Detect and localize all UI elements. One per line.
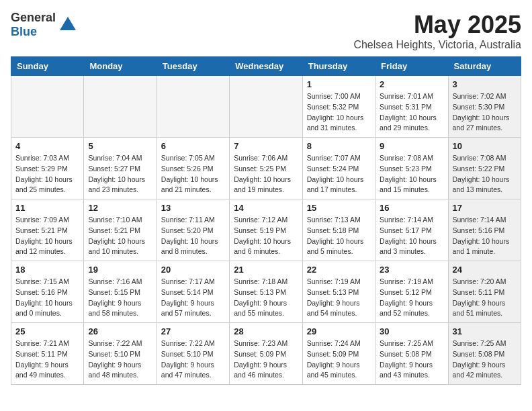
day-info: Sunrise: 7:17 AM Sunset: 5:14 PM Dayligh… xyxy=(161,277,225,319)
day-number: 25 xyxy=(15,326,79,336)
calendar-cell: 1Sunrise: 7:00 AM Sunset: 5:32 PM Daylig… xyxy=(302,76,375,138)
day-info: Sunrise: 7:19 AM Sunset: 5:12 PM Dayligh… xyxy=(380,277,443,319)
day-number: 15 xyxy=(307,203,371,213)
day-number: 27 xyxy=(161,326,225,336)
day-number: 4 xyxy=(15,141,79,151)
day-info: Sunrise: 7:25 AM Sunset: 5:08 PM Dayligh… xyxy=(380,338,443,381)
day-info: Sunrise: 7:14 AM Sunset: 5:17 PM Dayligh… xyxy=(380,215,443,257)
day-number: 10 xyxy=(453,141,517,151)
calendar-cell: 20Sunrise: 7:17 AM Sunset: 5:14 PM Dayli… xyxy=(157,261,229,323)
day-number: 29 xyxy=(307,326,371,336)
calendar-cell xyxy=(230,76,302,138)
calendar-cell: 5Sunrise: 7:04 AM Sunset: 5:27 PM Daylig… xyxy=(84,138,157,199)
calendar-cell: 13Sunrise: 7:11 AM Sunset: 5:20 PM Dayli… xyxy=(157,199,229,261)
day-number: 19 xyxy=(88,265,152,275)
day-number: 12 xyxy=(88,203,152,213)
day-info: Sunrise: 7:24 AM Sunset: 5:09 PM Dayligh… xyxy=(307,338,371,381)
calendar-week-row: 25Sunrise: 7:21 AM Sunset: 5:11 PM Dayli… xyxy=(11,323,521,385)
day-number: 30 xyxy=(380,326,443,336)
calendar-cell: 26Sunrise: 7:22 AM Sunset: 5:10 PM Dayli… xyxy=(84,323,157,385)
day-info: Sunrise: 7:20 AM Sunset: 5:11 PM Dayligh… xyxy=(453,277,517,319)
calendar-cell xyxy=(11,76,84,138)
day-number: 16 xyxy=(380,203,443,213)
calendar-table: SundayMondayTuesdayWednesdayThursdayFrid… xyxy=(11,56,521,385)
day-info: Sunrise: 7:14 AM Sunset: 5:16 PM Dayligh… xyxy=(453,215,517,257)
day-info: Sunrise: 7:08 AM Sunset: 5:22 PM Dayligh… xyxy=(453,153,517,195)
day-number: 26 xyxy=(88,326,152,336)
column-header-tuesday: Tuesday xyxy=(157,57,229,76)
day-info: Sunrise: 7:22 AM Sunset: 5:10 PM Dayligh… xyxy=(88,338,152,381)
calendar-cell: 31Sunrise: 7:25 AM Sunset: 5:08 PM Dayli… xyxy=(448,323,521,385)
calendar-cell: 25Sunrise: 7:21 AM Sunset: 5:11 PM Dayli… xyxy=(11,323,84,385)
day-info: Sunrise: 7:05 AM Sunset: 5:26 PM Dayligh… xyxy=(161,153,225,195)
day-number: 24 xyxy=(453,265,517,275)
day-info: Sunrise: 7:09 AM Sunset: 5:21 PM Dayligh… xyxy=(15,215,79,257)
day-number: 8 xyxy=(307,141,371,151)
day-info: Sunrise: 7:11 AM Sunset: 5:20 PM Dayligh… xyxy=(161,215,225,257)
calendar-cell: 6Sunrise: 7:05 AM Sunset: 5:26 PM Daylig… xyxy=(157,138,229,199)
calendar-cell: 30Sunrise: 7:25 AM Sunset: 5:08 PM Dayli… xyxy=(375,323,448,385)
calendar-week-row: 18Sunrise: 7:15 AM Sunset: 5:16 PM Dayli… xyxy=(11,261,521,323)
calendar-header-row: SundayMondayTuesdayWednesdayThursdayFrid… xyxy=(11,57,521,76)
calendar-cell: 17Sunrise: 7:14 AM Sunset: 5:16 PM Dayli… xyxy=(448,199,521,261)
day-info: Sunrise: 7:02 AM Sunset: 5:30 PM Dayligh… xyxy=(453,91,517,134)
calendar-cell: 27Sunrise: 7:22 AM Sunset: 5:10 PM Dayli… xyxy=(157,323,229,385)
day-info: Sunrise: 7:22 AM Sunset: 5:10 PM Dayligh… xyxy=(161,338,225,381)
calendar-week-row: 11Sunrise: 7:09 AM Sunset: 5:21 PM Dayli… xyxy=(11,199,521,261)
calendar-cell: 2Sunrise: 7:01 AM Sunset: 5:31 PM Daylig… xyxy=(375,76,448,138)
calendar-cell: 23Sunrise: 7:19 AM Sunset: 5:12 PM Dayli… xyxy=(375,261,448,323)
calendar-cell: 12Sunrise: 7:10 AM Sunset: 5:21 PM Dayli… xyxy=(84,199,157,261)
column-header-wednesday: Wednesday xyxy=(230,57,302,76)
column-header-thursday: Thursday xyxy=(302,57,375,76)
calendar-cell: 22Sunrise: 7:19 AM Sunset: 5:13 PM Dayli… xyxy=(302,261,375,323)
day-info: Sunrise: 7:18 AM Sunset: 5:13 PM Dayligh… xyxy=(234,277,298,319)
calendar-week-row: 4Sunrise: 7:03 AM Sunset: 5:29 PM Daylig… xyxy=(11,138,521,199)
day-number: 21 xyxy=(234,265,298,275)
day-number: 17 xyxy=(453,203,517,213)
location-title: Chelsea Heights, Victoria, Australia xyxy=(353,39,521,51)
day-info: Sunrise: 7:19 AM Sunset: 5:13 PM Dayligh… xyxy=(307,277,371,319)
day-info: Sunrise: 7:16 AM Sunset: 5:15 PM Dayligh… xyxy=(88,277,152,319)
day-number: 23 xyxy=(380,265,443,275)
day-info: Sunrise: 7:12 AM Sunset: 5:19 PM Dayligh… xyxy=(234,215,298,257)
day-number: 28 xyxy=(234,326,298,336)
day-info: Sunrise: 7:13 AM Sunset: 5:18 PM Dayligh… xyxy=(307,215,371,257)
calendar-cell: 21Sunrise: 7:18 AM Sunset: 5:13 PM Dayli… xyxy=(230,261,302,323)
calendar-cell: 11Sunrise: 7:09 AM Sunset: 5:21 PM Dayli… xyxy=(11,199,84,261)
calendar-cell: 16Sunrise: 7:14 AM Sunset: 5:17 PM Dayli… xyxy=(375,199,448,261)
day-number: 11 xyxy=(15,203,79,213)
day-info: Sunrise: 7:07 AM Sunset: 5:24 PM Dayligh… xyxy=(307,153,371,195)
day-number: 31 xyxy=(453,326,517,336)
day-number: 13 xyxy=(161,203,225,213)
day-info: Sunrise: 7:00 AM Sunset: 5:32 PM Dayligh… xyxy=(307,91,371,134)
day-number: 7 xyxy=(234,141,298,151)
column-header-sunday: Sunday xyxy=(11,57,84,76)
title-area: May 2025 Chelsea Heights, Victoria, Aust… xyxy=(353,11,521,51)
logo: General Blue xyxy=(11,11,77,39)
day-number: 1 xyxy=(307,79,371,89)
day-info: Sunrise: 7:25 AM Sunset: 5:08 PM Dayligh… xyxy=(453,338,517,381)
day-info: Sunrise: 7:03 AM Sunset: 5:29 PM Dayligh… xyxy=(15,153,79,195)
day-info: Sunrise: 7:21 AM Sunset: 5:11 PM Dayligh… xyxy=(15,338,79,381)
logo-blue: Blue xyxy=(11,25,37,38)
calendar-cell: 4Sunrise: 7:03 AM Sunset: 5:29 PM Daylig… xyxy=(11,138,84,199)
day-number: 14 xyxy=(234,203,298,213)
calendar-cell: 9Sunrise: 7:08 AM Sunset: 5:23 PM Daylig… xyxy=(375,138,448,199)
day-number: 6 xyxy=(161,141,225,151)
svg-marker-0 xyxy=(60,17,76,30)
calendar-week-row: 1Sunrise: 7:00 AM Sunset: 5:32 PM Daylig… xyxy=(11,76,521,138)
logo-text: General Blue xyxy=(11,11,56,39)
day-info: Sunrise: 7:06 AM Sunset: 5:25 PM Dayligh… xyxy=(234,153,298,195)
calendar-cell: 19Sunrise: 7:16 AM Sunset: 5:15 PM Dayli… xyxy=(84,261,157,323)
column-header-friday: Friday xyxy=(375,57,448,76)
calendar-cell: 8Sunrise: 7:07 AM Sunset: 5:24 PM Daylig… xyxy=(302,138,375,199)
logo-icon xyxy=(58,15,77,34)
calendar-cell: 10Sunrise: 7:08 AM Sunset: 5:22 PM Dayli… xyxy=(448,138,521,199)
logo-general: General xyxy=(11,11,56,24)
calendar-cell: 7Sunrise: 7:06 AM Sunset: 5:25 PM Daylig… xyxy=(230,138,302,199)
calendar-cell: 15Sunrise: 7:13 AM Sunset: 5:18 PM Dayli… xyxy=(302,199,375,261)
day-number: 18 xyxy=(15,265,79,275)
calendar-cell: 3Sunrise: 7:02 AM Sunset: 5:30 PM Daylig… xyxy=(448,76,521,138)
column-header-monday: Monday xyxy=(84,57,157,76)
day-info: Sunrise: 7:04 AM Sunset: 5:27 PM Dayligh… xyxy=(88,153,152,195)
